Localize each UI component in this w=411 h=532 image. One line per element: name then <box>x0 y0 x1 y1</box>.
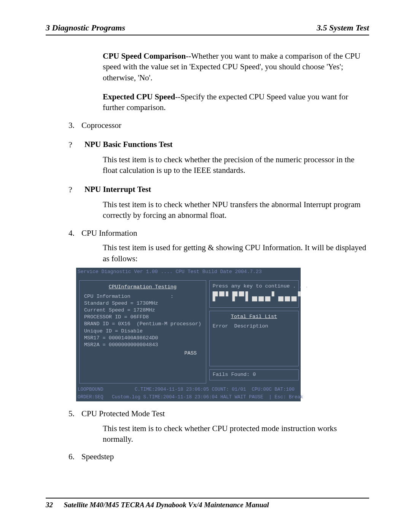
terminal-continue-box: Press any key to continue . . . ▛▀▘▛▀▌▄▄… <box>209 280 299 308</box>
terminal-right-panel: Press any key to continue . . . ▛▀▘▛▀▌▄▄… <box>209 280 299 383</box>
list-num-3: 3. <box>68 120 76 131</box>
terminal-line: PROCESSOR ID = 06FFD8 <box>84 314 201 321</box>
page-footer: 32 Satellite M40/M45 TECRA A4 Dynabook V… <box>46 498 369 509</box>
page-body: CPU Speed Comparison--Whether you want t… <box>46 51 369 462</box>
npu-basic-desc: This test item is to check whether the p… <box>103 154 369 176</box>
cpu-speed-comparison-paragraph: CPU Speed Comparison--Whether you want t… <box>103 51 369 83</box>
terminal-fails-found-box: Fails Found: 0 <box>209 369 299 380</box>
list-item-5: 5. CPU Protected Mode Test <box>68 408 369 419</box>
terminal-line: MSR2A = 0000000000004843 <box>84 342 201 348</box>
terminal-fail-list-box: Total Fail List Error Description <box>209 311 299 366</box>
list-label-cpu-information: CPU Information <box>81 228 137 238</box>
expected-cpu-speed-paragraph: Expected CPU Speed--Specify the expected… <box>103 91 369 113</box>
terminal-left-panel: CPUInformation Testing CPU Information :… <box>79 280 206 383</box>
list-num-4: 4. <box>68 228 76 238</box>
terminal-footer-2: ORDER:SEQ Custom.log S.TIME:2004-11-18 2… <box>76 393 301 401</box>
npu-basic-title: NPU Basic Functions Test <box>84 139 173 150</box>
cpu-speed-comparison-label: CPU Speed Comparison <box>103 51 186 61</box>
page-header: 3 Diagnostic Programs 3.5 System Test <box>46 23 369 35</box>
footer-title: Satellite M40/M45 TECRA A4 Dynabook Vx/4… <box>64 501 269 509</box>
bullet-npu-interrupt: ? NPU Interrupt Test <box>68 184 369 195</box>
npu-interrupt-desc: This test item is to check whether NPU t… <box>103 199 369 221</box>
bullet-npu-basic: ? NPU Basic Functions Test <box>68 139 369 150</box>
terminal-line: CPU Information : <box>84 293 201 300</box>
terminal-footer-1: LOOPBOUND C.TIME:2004-11-18 23:06:05 COU… <box>76 386 301 394</box>
list-item-3: 3. Coprocessor <box>68 120 369 131</box>
list-label-coprocessor: Coprocessor <box>81 120 121 131</box>
terminal-line: Current Speed = 1728MHz <box>84 307 201 314</box>
terminal-fails-found: Fails Found: 0 <box>213 371 295 378</box>
terminal-fail-header: Error Description <box>213 323 295 330</box>
list-label-cpu-protected: CPU Protected Mode Test <box>81 408 165 419</box>
terminal-big-pass: ▛▀▘▛▀▌▄▄▄▘▄▄▄▘ <box>213 291 295 302</box>
cpu-information-desc: This test item is used for getting & sho… <box>103 242 369 264</box>
terminal-left-title: CPUInformation Testing <box>84 284 201 291</box>
terminal-titlebar: Service Diagnostic Ver 1.00 .... CPU Tes… <box>76 268 301 276</box>
list-num-6: 6. <box>68 451 76 462</box>
header-right: 3.5 System Test <box>317 23 369 33</box>
list-label-speedstep: Speedstep <box>81 451 114 462</box>
terminal-fail-title: Total Fail List <box>213 313 295 320</box>
terminal-line: MSR17 = 00001400A98624D0 <box>84 335 201 342</box>
cpu-protected-desc: This test item is to check whether CPU p… <box>103 423 369 445</box>
header-left: 3 Diagnostic Programs <box>46 23 125 33</box>
list-num-5: 5. <box>68 408 76 419</box>
list-item-6: 6. Speedstep <box>68 451 369 462</box>
terminal-line: Standard Speed = 1730MHz <box>84 300 201 307</box>
list-item-4: 4. CPU Information <box>68 228 369 238</box>
terminal-line: Unique ID = Disable <box>84 328 201 335</box>
page: 3 Diagnostic Programs 3.5 System Test CP… <box>0 0 411 532</box>
expected-cpu-speed-label: Expected CPU Speed <box>103 92 175 101</box>
terminal-line: BRAND ID = 0X16 (Pentium-M processor) <box>84 321 201 328</box>
npu-interrupt-title: NPU Interrupt Test <box>84 184 151 195</box>
pencil-icon: ? <box>68 139 84 150</box>
page-number: 32 <box>46 501 53 509</box>
pencil-icon: ? <box>68 184 84 195</box>
terminal-continue-text: Press any key to continue . . . <box>213 283 295 290</box>
diagnostic-terminal: Service Diagnostic Ver 1.00 .... CPU Tes… <box>76 268 301 401</box>
terminal-columns: CPUInformation Testing CPU Information :… <box>76 278 301 385</box>
terminal-pass-label: PASS <box>84 350 201 357</box>
